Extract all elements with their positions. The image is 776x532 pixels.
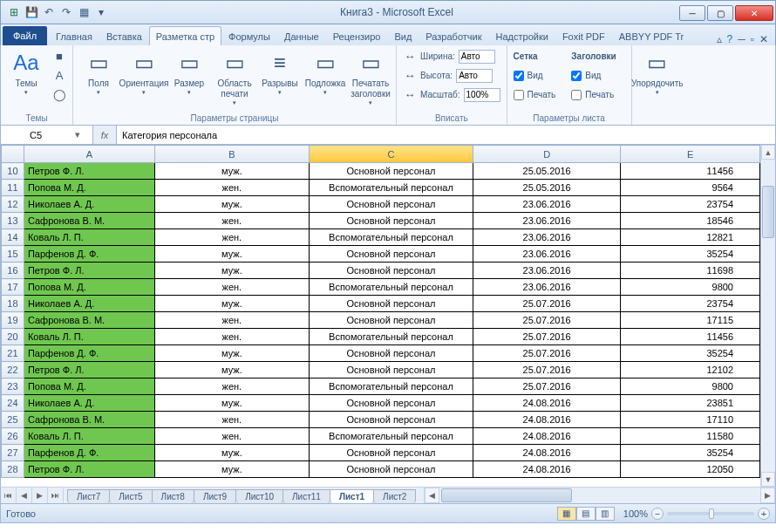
column-header[interactable]: C — [310, 146, 473, 163]
sheet-opt-print[interactable]: Печать — [568, 85, 618, 104]
cell[interactable]: Сафронова В. М. — [24, 213, 154, 229]
redo-icon[interactable]: ↷ — [58, 4, 74, 20]
hscroll-thumb[interactable] — [441, 488, 572, 502]
view-page-layout-button[interactable]: ▤ — [576, 507, 596, 521]
view-checkbox[interactable] — [571, 71, 582, 81]
scroll-left-icon[interactable]: ◀ — [425, 488, 439, 503]
zoom-slider[interactable] — [667, 512, 754, 515]
cell[interactable]: 11456 — [621, 163, 760, 180]
cell[interactable]: 23.06.2016 — [473, 213, 621, 229]
fx-button[interactable]: fx — [97, 130, 112, 140]
cell[interactable]: муж. — [154, 263, 309, 279]
worksheet-grid[interactable]: ABCDE10Петров Ф. Л.муж.Основной персонал… — [0, 145, 776, 487]
cell[interactable]: Сафронова В. М. — [24, 412, 154, 428]
cell[interactable]: 23.06.2016 — [473, 229, 621, 246]
page-setup-button[interactable]: ▭Печатать заголовки▾ — [349, 47, 392, 108]
cell[interactable]: Основной персонал — [310, 246, 473, 263]
ribbon-tab[interactable]: Рецензиро — [326, 26, 388, 45]
ribbon-tab[interactable]: ABBYY PDF Tr — [612, 26, 691, 45]
sheet-tab[interactable]: Лист7 — [67, 489, 110, 503]
cell[interactable]: 24.08.2016 — [473, 461, 621, 478]
cell[interactable]: Коваль Л. П. — [24, 229, 154, 246]
column-header[interactable]: A — [24, 146, 154, 163]
cell[interactable]: 12050 — [621, 461, 760, 478]
scale-input[interactable] — [464, 88, 500, 102]
sheet-tab[interactable]: Лист9 — [194, 489, 236, 503]
cell[interactable]: Петров Ф. Л. — [24, 362, 154, 379]
close-button[interactable]: ✕ — [735, 5, 773, 21]
print-checkbox[interactable] — [514, 90, 524, 100]
cell[interactable]: Вспомогательный персонал — [310, 329, 473, 345]
cell[interactable]: 35254 — [621, 345, 760, 362]
cell[interactable]: 25.05.2016 — [473, 180, 621, 196]
page-setup-button[interactable]: ▭Область печати▾ — [213, 47, 256, 108]
minimize-button[interactable]: ─ — [679, 5, 705, 21]
cell[interactable]: 9800 — [621, 279, 760, 296]
cell[interactable]: муж. — [154, 395, 309, 412]
column-header[interactable]: D — [473, 146, 621, 163]
row-header[interactable]: 18 — [2, 296, 24, 312]
sheet-tab[interactable]: Лист11 — [282, 489, 330, 503]
scale-input[interactable] — [459, 50, 495, 64]
vscroll-thumb[interactable] — [762, 186, 774, 238]
maximize-button[interactable]: ▢ — [707, 5, 733, 21]
cell[interactable]: Основной персонал — [310, 345, 473, 362]
cell[interactable]: 17110 — [621, 412, 760, 428]
sheet-tab[interactable]: Лист10 — [235, 489, 283, 503]
help-icon[interactable]: ? — [727, 33, 733, 45]
row-header[interactable]: 20 — [2, 329, 24, 345]
cell[interactable]: 11580 — [621, 428, 760, 445]
ribbon-tab[interactable]: Главная — [49, 26, 99, 45]
sheet-first-icon[interactable]: ⏮ — [1, 488, 17, 503]
cell[interactable]: 17115 — [621, 312, 760, 329]
cell[interactable]: Николаев А. Д. — [24, 196, 154, 213]
theme-fonts-button[interactable]: A — [50, 66, 69, 85]
ribbon-minimize-icon[interactable]: ▵ — [717, 33, 722, 45]
scale-input[interactable] — [456, 69, 493, 83]
scroll-right-icon[interactable]: ▶ — [760, 488, 775, 503]
zoom-value[interactable]: 100% — [623, 508, 648, 519]
cell[interactable]: 24.08.2016 — [473, 395, 621, 412]
cell[interactable]: 23.06.2016 — [473, 246, 621, 263]
row-header[interactable]: 12 — [2, 196, 24, 213]
cell[interactable]: жен. — [154, 213, 309, 229]
zoom-out-button[interactable]: − — [651, 508, 664, 520]
cell[interactable]: Вспомогательный персонал — [310, 180, 473, 196]
ribbon-tab[interactable]: Foxit PDF — [555, 26, 612, 45]
vertical-scrollbar[interactable]: ▲ ▼ — [760, 145, 775, 487]
row-header[interactable]: 14 — [2, 229, 24, 246]
cell[interactable]: 23.06.2016 — [473, 196, 621, 213]
row-header[interactable]: 28 — [2, 461, 24, 478]
row-header[interactable]: 27 — [2, 445, 24, 461]
cell[interactable]: 23.06.2016 — [473, 279, 621, 296]
cell[interactable]: Основной персонал — [310, 445, 473, 461]
select-all-corner[interactable] — [2, 146, 24, 163]
name-box-dropdown-icon[interactable]: ▾ — [71, 129, 85, 140]
cell[interactable]: Основной персонал — [310, 461, 473, 478]
row-header[interactable]: 17 — [2, 279, 24, 296]
print-checkbox[interactable] — [571, 90, 582, 100]
cell[interactable]: 24.08.2016 — [473, 445, 621, 461]
cell[interactable]: жен. — [154, 180, 309, 196]
cell[interactable]: Основной персонал — [310, 395, 473, 412]
cell[interactable]: муж. — [154, 445, 309, 461]
page-setup-button[interactable]: ▭Поля▾ — [77, 47, 120, 98]
column-header[interactable]: E — [621, 146, 760, 163]
cell[interactable]: 23754 — [621, 196, 760, 213]
ribbon-tab[interactable]: Вид — [387, 26, 419, 45]
view-page-break-button[interactable]: ▥ — [596, 507, 615, 521]
scroll-up-icon[interactable]: ▲ — [761, 145, 775, 160]
ribbon-tab[interactable]: Надстройки — [489, 26, 555, 45]
sheet-last-icon[interactable]: ⏭ — [48, 488, 64, 503]
column-header[interactable]: B — [154, 146, 309, 163]
cell[interactable]: Основной персонал — [310, 412, 473, 428]
cell[interactable]: 25.07.2016 — [473, 329, 621, 345]
cell[interactable]: 9564 — [621, 180, 760, 196]
cell[interactable]: Коваль Л. П. — [24, 329, 154, 345]
cell[interactable]: жен. — [154, 229, 309, 246]
cell[interactable]: Основной персонал — [310, 312, 473, 329]
cell[interactable]: Коваль Л. П. — [24, 428, 154, 445]
cell[interactable]: муж. — [154, 296, 309, 312]
cell[interactable]: Парфенов Д. Ф. — [24, 445, 154, 461]
sheet-tab[interactable]: Лист8 — [152, 489, 194, 503]
